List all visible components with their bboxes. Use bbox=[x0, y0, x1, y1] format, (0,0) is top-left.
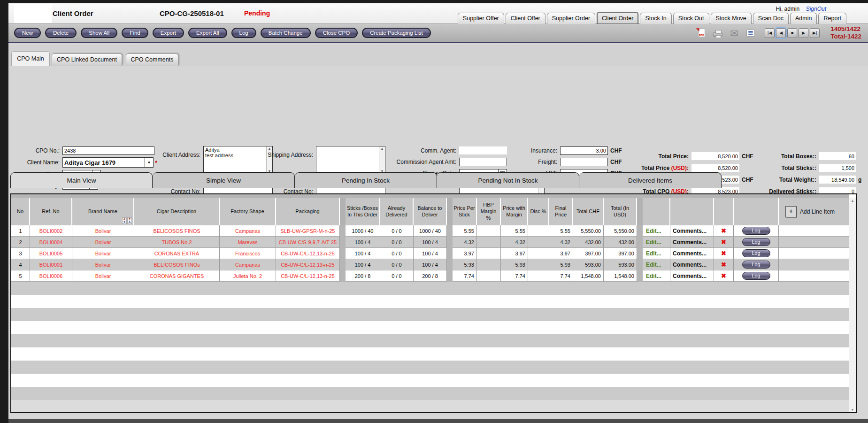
client-name-field[interactable] bbox=[62, 157, 145, 168]
cell-ref-no[interactable]: BOLI0004 bbox=[30, 237, 72, 248]
col-already-delivered: Already Delivered bbox=[380, 198, 414, 225]
row-log-button[interactable]: Log bbox=[742, 227, 770, 235]
pdf-export-icon[interactable] bbox=[696, 28, 707, 38]
delete-row-icon[interactable]: ✖ bbox=[714, 270, 734, 282]
edit-link[interactable]: Edit... bbox=[643, 237, 670, 248]
freight-label: Freight: bbox=[506, 159, 560, 165]
toolbar: New Delete Show All Find Export Export A… bbox=[8, 24, 868, 43]
total-sticks-field bbox=[819, 164, 856, 172]
total-weight-field bbox=[819, 176, 856, 184]
col-balance-to-deliver: Balance to Deliver bbox=[414, 198, 447, 225]
new-button[interactable]: New bbox=[14, 28, 41, 38]
batch-change-button[interactable]: Batch Change bbox=[261, 28, 311, 38]
list-view-icon[interactable] bbox=[745, 28, 756, 38]
cell-gap bbox=[447, 225, 453, 237]
cell-brand-name: Bolivar bbox=[72, 248, 134, 259]
comments-link[interactable]: Comments... bbox=[670, 259, 714, 270]
tab-cpo-comments[interactable]: CPO Comments bbox=[126, 54, 178, 66]
row-log-button[interactable]: Log bbox=[742, 238, 770, 246]
tab-client-offer[interactable]: Client Offer bbox=[506, 13, 545, 24]
export-button[interactable]: Export bbox=[153, 28, 184, 38]
tab-supplier-order[interactable]: Supplier Order bbox=[547, 13, 595, 24]
export-all-button[interactable]: Export All bbox=[188, 28, 227, 38]
tab-cpo-linked-document[interactable]: CPO Linked Document bbox=[52, 54, 122, 66]
tab-main-view[interactable]: Main View bbox=[10, 172, 153, 188]
add-line-item-button[interactable]: + bbox=[785, 206, 797, 217]
delete-row-icon[interactable]: ✖ bbox=[714, 225, 734, 237]
stop-button[interactable]: ■ bbox=[787, 28, 797, 38]
tab-stock-move[interactable]: Stock Move bbox=[711, 13, 752, 24]
print-icon[interactable] bbox=[713, 28, 723, 38]
commission-agent-amt-field[interactable] bbox=[459, 158, 507, 166]
show-all-button[interactable]: Show All bbox=[81, 28, 117, 38]
comm-agent-field[interactable] bbox=[459, 146, 507, 154]
tab-client-order[interactable]: Client Order bbox=[597, 12, 638, 24]
log-button[interactable]: Log bbox=[231, 28, 256, 38]
cell-gap bbox=[340, 248, 346, 259]
comments-link[interactable]: Comments... bbox=[670, 225, 714, 237]
cell-packaging: SLB-UW-GPSR-M-n-25 bbox=[276, 225, 340, 237]
tab-cpo-main[interactable]: CPO Main bbox=[11, 51, 50, 66]
tab-admin[interactable]: Admin bbox=[790, 13, 817, 24]
edit-link[interactable]: Edit... bbox=[643, 259, 670, 270]
cell-ref-no[interactable]: BOLI0001 bbox=[30, 259, 72, 270]
cell-price-with-margin: 5.55 bbox=[501, 225, 528, 237]
signout-link[interactable]: SignOut bbox=[806, 6, 826, 12]
order-number: CPO-CG-250518-01 bbox=[160, 9, 224, 17]
cell-hbp-margin bbox=[477, 248, 501, 259]
tab-pending-in-stock[interactable]: Pending In Stock bbox=[295, 172, 437, 188]
tab-stock-in[interactable]: Stock In bbox=[640, 13, 671, 24]
create-packaging-list-button[interactable]: Create Packaging List bbox=[362, 28, 431, 38]
page-title: Client Order bbox=[53, 9, 93, 17]
comments-link[interactable]: Comments... bbox=[670, 248, 714, 259]
find-button[interactable]: Find bbox=[122, 28, 148, 38]
row-log-button[interactable]: Log bbox=[742, 249, 770, 257]
tab-pending-not-in-stock[interactable]: Pending Not In Stock bbox=[437, 172, 579, 188]
previous-record-button[interactable]: ◀ bbox=[776, 28, 786, 38]
sort-desc-icon[interactable]: ZA bbox=[127, 217, 132, 224]
first-record-button[interactable]: |◀ bbox=[765, 28, 775, 38]
cell-sticks-boxes: 1000 / 40 bbox=[346, 225, 380, 237]
table-grid: No Ref. No Brand Name AZ ZA Cigar Descri… bbox=[11, 198, 849, 282]
mail-icon[interactable]: ✉ bbox=[729, 28, 739, 38]
edit-link[interactable]: Edit... bbox=[643, 225, 670, 237]
cell-sticks-boxes: 100 / 4 bbox=[346, 237, 380, 248]
logo bbox=[14, 4, 52, 23]
tab-delivered-items[interactable]: Delivered Items bbox=[579, 172, 722, 188]
cell-hbp-margin bbox=[477, 270, 501, 282]
tab-scan-doc[interactable]: Scan Doc bbox=[753, 13, 789, 24]
edit-link[interactable]: Edit... bbox=[643, 270, 670, 282]
cell-gap bbox=[447, 259, 453, 270]
row-log-button[interactable]: Log bbox=[742, 261, 770, 269]
comments-link[interactable]: Comments... bbox=[670, 270, 714, 282]
close-cpo-button[interactable]: Close CPO bbox=[315, 28, 358, 38]
col-hbp-margin: HBP Margin % bbox=[477, 198, 501, 225]
cell-ref-no[interactable]: BOLI0002 bbox=[30, 225, 72, 237]
delete-button[interactable]: Delete bbox=[45, 28, 77, 38]
sort-asc-icon[interactable]: AZ bbox=[122, 217, 127, 224]
tab-stock-out[interactable]: Stock Out bbox=[673, 13, 709, 24]
cell-ref-no[interactable]: BOLI0005 bbox=[30, 248, 72, 259]
last-record-button[interactable]: ▶| bbox=[810, 28, 820, 38]
total-price-usd-label: Total Price (USD) bbox=[591, 165, 691, 171]
cell-ref-no[interactable]: BOLI0006 bbox=[30, 270, 72, 282]
cell-no: 5 bbox=[11, 270, 30, 282]
cell-packaging: CB-UW-C/L-12,13-n-25 bbox=[276, 259, 340, 270]
edit-link[interactable]: Edit... bbox=[643, 248, 670, 259]
cell-cigar-description: BELICOSOS FINOs bbox=[134, 259, 220, 270]
comments-link[interactable]: Comments... bbox=[670, 237, 714, 248]
col-sticks-boxes: Sticks /Boxes In This Order bbox=[346, 198, 380, 225]
tab-report[interactable]: Report bbox=[818, 13, 846, 24]
delete-row-icon[interactable]: ✖ bbox=[714, 248, 734, 259]
tab-supplier-offer[interactable]: Supplier Offer bbox=[458, 13, 504, 24]
next-record-button[interactable]: ▶ bbox=[799, 28, 808, 38]
table-vertical-scrollbar[interactable]: ▲▼ bbox=[849, 198, 856, 412]
delete-row-icon[interactable]: ✖ bbox=[714, 259, 734, 270]
delete-row-icon[interactable]: ✖ bbox=[714, 237, 734, 248]
total-price-field bbox=[691, 152, 739, 160]
cell-disc bbox=[528, 270, 549, 282]
cell-gap bbox=[340, 237, 346, 248]
tab-simple-view[interactable]: Simple View bbox=[153, 172, 295, 188]
cell-already-delivered: 0 / 0 bbox=[380, 237, 414, 248]
row-log-button[interactable]: Log bbox=[742, 272, 770, 280]
